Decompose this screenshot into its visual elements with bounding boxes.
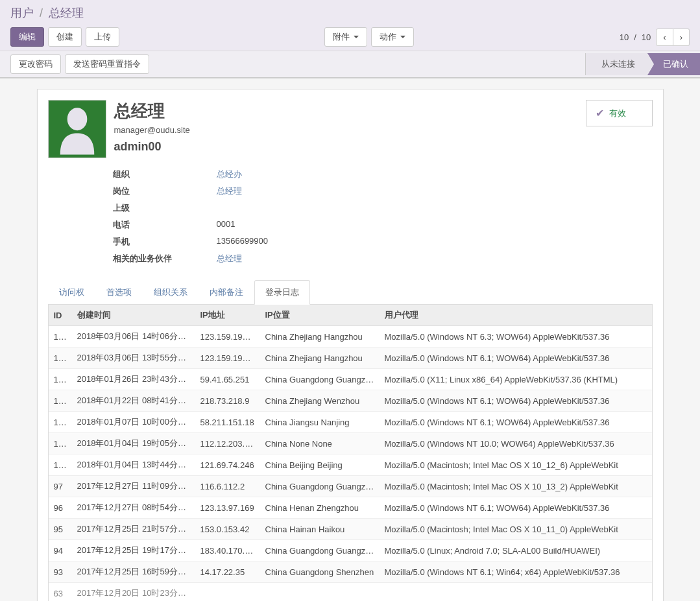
cell-t: 2017年12月20日 10时23分57秒 <box>72 583 195 602</box>
field-row: 上级 <box>113 200 653 217</box>
tabs: 访问权首选项组织关系内部备注登录日志 <box>48 280 653 305</box>
field-value: 0001 <box>217 219 235 231</box>
field-value[interactable]: 总经理 <box>217 185 242 197</box>
cell-id: 125 <box>49 369 72 390</box>
table-row[interactable]: 1492018年03月06日 13时55分01秒123.159.197.51Ch… <box>49 348 652 369</box>
field-value[interactable]: 总经办 <box>217 169 242 180</box>
tab[interactable]: 组织关系 <box>143 280 199 305</box>
cell-ip: 112.12.203.191 <box>195 433 260 454</box>
avatar[interactable] <box>48 100 106 158</box>
cell-t: 2017年12月27日 11时09分30秒 <box>72 476 195 497</box>
column-header[interactable]: 创建时间 <box>72 305 195 326</box>
create-button[interactable]: 创建 <box>48 27 82 47</box>
cell-ua: Mozilla/5.0 (Windows NT 6.1; WOW64) Appl… <box>380 412 652 433</box>
cell-ip: 121.69.74.246 <box>195 454 260 476</box>
status-step-confirmed[interactable]: 已确认 <box>647 53 700 75</box>
prev-button[interactable]: ‹ <box>656 29 673 46</box>
cell-id: 149 <box>49 348 72 369</box>
fields: 组织总经办岗位总经理上级电话0001手机13566699900相关的业务伙伴总经… <box>113 166 653 267</box>
cell-id: 93 <box>49 561 72 583</box>
cell-loc: China Guangdong Guangzhou <box>260 369 380 390</box>
tab[interactable]: 内部备注 <box>199 280 254 305</box>
cell-loc: China Guangdong Shenzhen <box>260 561 380 583</box>
pager-sep: / <box>634 32 636 42</box>
column-header[interactable]: IP位置 <box>260 305 380 326</box>
cell-loc: China Zhejiang Wenzhou <box>260 390 380 412</box>
cell-ip: 59.41.65.251 <box>195 369 260 390</box>
tab[interactable]: 登录日志 <box>254 280 310 305</box>
table-row[interactable]: 1502018年03月06日 14时06分59秒123.159.197.51Ch… <box>49 326 652 348</box>
cell-ip: 183.40.170.184 <box>195 540 260 561</box>
cell-loc: China Beijing Beijing <box>260 454 380 476</box>
tab[interactable]: 首选项 <box>95 280 143 305</box>
table-row[interactable]: 972017年12月27日 11时09分30秒116.6.112.2China … <box>49 476 652 497</box>
user-login: admin00 <box>114 140 190 154</box>
cell-t: 2018年01月07日 10时00分18秒 <box>72 412 195 433</box>
field-row: 岗位总经理 <box>113 183 653 200</box>
cell-ua: Mozilla/5.0 (Windows NT 6.1; WOW64) Appl… <box>380 497 652 519</box>
cell-ip <box>195 583 260 602</box>
cell-t: 2017年12月25日 21时57分09秒 <box>72 519 195 540</box>
table-row[interactable]: 1052018年01月04日 13时44分16秒121.69.74.246Chi… <box>49 454 652 476</box>
cell-ua: Mozilla/5.0 (Windows NT 6.1; WOW64) Appl… <box>380 390 652 412</box>
cell-id: 105 <box>49 454 72 476</box>
next-button[interactable]: › <box>673 29 690 46</box>
edit-button[interactable]: 编辑 <box>10 27 44 47</box>
tab[interactable]: 访问权 <box>48 280 95 305</box>
send-reset-button[interactable]: 发送密码重置指令 <box>65 54 149 74</box>
cell-ua: Mozilla/5.0 (Windows NT 6.1; WOW64) Appl… <box>380 348 652 369</box>
subbar: 更改密码 发送密码重置指令 从未连接 已确认 <box>0 51 700 78</box>
column-header[interactable]: ID <box>49 305 72 326</box>
chevron-left-icon: ‹ <box>663 32 666 42</box>
field-label: 电话 <box>113 219 217 231</box>
cell-ip: 14.17.22.35 <box>195 561 260 583</box>
change-password-button[interactable]: 更改密码 <box>10 54 61 74</box>
table-row[interactable]: 1132018年01月22日 08时41分00秒218.73.218.9Chin… <box>49 390 652 412</box>
field-value[interactable]: 总经理 <box>217 253 242 265</box>
status-step-never[interactable]: 从未连接 <box>585 53 647 75</box>
cell-loc: China None None <box>260 433 380 454</box>
cell-loc: China Zhejiang Hangzhou <box>260 326 380 348</box>
table-row[interactable]: 952017年12月25日 21时57分09秒153.0.153.42China… <box>49 519 652 540</box>
user-email: manager@oudu.site <box>114 125 190 135</box>
breadcrumb: 用户 / 总经理 <box>0 0 700 23</box>
cell-t: 2018年01月04日 19时05分55秒 <box>72 433 195 454</box>
column-header[interactable]: 用户代理 <box>380 305 652 326</box>
status-badge[interactable]: ✔ 有效 <box>586 100 653 126</box>
cell-loc: China Henan Zhengzhou <box>260 497 380 519</box>
attachment-dropdown[interactable]: 附件 <box>324 27 367 47</box>
form-sheet: 总经理 manager@oudu.site admin00 ✔ 有效 组织总经办… <box>37 89 664 601</box>
field-label: 组织 <box>113 169 217 180</box>
table-row[interactable]: 962017年12月27日 08时54分10秒123.13.97.169Chin… <box>49 497 652 519</box>
cell-t: 2018年03月06日 14时06分59秒 <box>72 326 195 348</box>
cell-t: 2017年12月27日 08时54分10秒 <box>72 497 195 519</box>
table-row[interactable]: 942017年12月25日 19时17分43秒183.40.170.184Chi… <box>49 540 652 561</box>
column-header[interactable]: IP地址 <box>195 305 260 326</box>
cell-ua: Mozilla/5.0 (Macintosh; Intel Mac OS X 1… <box>380 519 652 540</box>
breadcrumb-root[interactable]: 用户 <box>10 6 34 19</box>
table-row[interactable]: 1062018年01月04日 19时05分55秒112.12.203.191Ch… <box>49 433 652 454</box>
cell-loc: China Zhejiang Hangzhou <box>260 348 380 369</box>
breadcrumb-sep: / <box>40 6 43 19</box>
cell-ip: 153.0.153.42 <box>195 519 260 540</box>
avatar-placeholder-icon <box>54 103 100 155</box>
cell-loc: China Hainan Haikou <box>260 519 380 540</box>
action-dropdown[interactable]: 动作 <box>371 27 414 47</box>
table-row[interactable]: 932017年12月25日 16时59分05秒14.17.22.35China … <box>49 561 652 583</box>
cell-t: 2017年12月25日 16时59分05秒 <box>72 561 195 583</box>
table-row[interactable]: 632017年12月20日 10时23分57秒 <box>49 583 652 602</box>
cell-id: 97 <box>49 476 72 497</box>
cell-t: 2018年01月04日 13时44分16秒 <box>72 454 195 476</box>
field-label: 相关的业务伙伴 <box>113 253 217 265</box>
cell-id: 106 <box>49 433 72 454</box>
field-label: 岗位 <box>113 185 217 197</box>
table-row[interactable]: 1252018年01月26日 23时43分20秒59.41.65.251Chin… <box>49 369 652 390</box>
cell-t: 2018年01月22日 08时41分00秒 <box>72 390 195 412</box>
pager-total: 10 <box>642 32 651 42</box>
cell-id: 108 <box>49 412 72 433</box>
upload-button[interactable]: 上传 <box>86 27 119 47</box>
field-row: 手机13566699900 <box>113 233 653 250</box>
table-row[interactable]: 1082018年01月07日 10时00分18秒58.211.151.18Chi… <box>49 412 652 433</box>
field-label: 手机 <box>113 236 217 248</box>
field-label: 上级 <box>113 202 217 214</box>
